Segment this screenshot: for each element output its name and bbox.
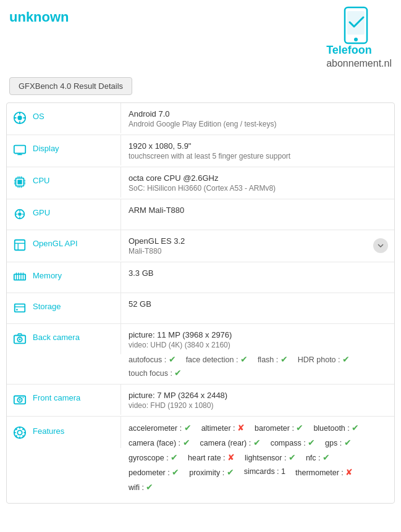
svg-line-63 [22, 428, 23, 430]
thermometer-feature: thermometer : ✘ [295, 467, 353, 477]
storage-icon [13, 301, 28, 316]
svg-point-55 [17, 430, 22, 434]
svg-point-27 [18, 212, 22, 216]
back-camera-label: Back camera [7, 324, 121, 354]
wifi-feature: wifi : ✔ [129, 482, 153, 492]
front-camera-label: Front camera [7, 384, 121, 415]
svg-line-62 [15, 435, 17, 436]
features-line5: wifi : ✔ [129, 482, 387, 492]
gpu-value: ARM Mali-T880 [121, 199, 394, 221]
memory-label: Memory [7, 262, 121, 293]
opengl-label: OpenGL API [7, 230, 121, 260]
os-value: Android 7.0 Android Google Play Edition … [121, 103, 394, 135]
accelerometer-feature: accelerometer : ✔ [129, 423, 192, 433]
bluetooth-feature: bluetooth : ✔ [313, 423, 359, 433]
logo-area: Telefoon abonnement.nl [326, 6, 392, 69]
opengl-icon [13, 238, 28, 253]
result-details-badge: GFXBench 4.0 Result Details [9, 77, 132, 95]
features-line4: pedometer : ✔ proximity : ✔ simcards : 1… [129, 467, 387, 477]
altimeter-feature: altimeter : ✘ [201, 423, 245, 433]
proximity-feature: proximity : ✔ [189, 467, 234, 477]
display-icon [13, 143, 28, 158]
memory-value: 3.3 GB [121, 262, 394, 284]
opengl-value: OpenGL ES 3.2 Mali-T880 [121, 230, 394, 262]
svg-point-2 [354, 38, 358, 41]
back-camera-icon [13, 332, 28, 347]
pedometer-feature: pedometer : ✔ [129, 467, 179, 477]
svg-line-61 [22, 435, 23, 436]
display-value: 1920 x 1080, 5.9" touchscreen with at le… [121, 135, 394, 167]
cpu-row: CPU octa core CPU @2.6GHz SoC: HiSilicon… [7, 167, 394, 199]
logo-line1: Telefoon [326, 44, 372, 56]
svg-line-60 [15, 428, 17, 430]
svg-rect-35 [14, 274, 25, 280]
nfc-feature: nfc : ✔ [306, 452, 330, 462]
features-label: Features [7, 417, 121, 448]
heart-rate-feature: heart rate : ✘ [188, 452, 235, 462]
os-row: OS Android 7.0 Android Google Play Editi… [7, 103, 394, 135]
svg-rect-13 [17, 180, 22, 184]
page-title: unknown [9, 6, 69, 25]
logo-phone-icon [337, 6, 381, 46]
display-row: Display 1920 x 1080, 5.9" touchscreen wi… [7, 135, 394, 167]
svg-point-4 [17, 115, 22, 120]
cpu-label: CPU [7, 167, 121, 197]
logo-line2: abonnement.nl [326, 58, 392, 69]
specs-table: OS Android 7.0 Android Google Play Editi… [6, 102, 395, 504]
back-camera-value: picture: 11 MP (3968 x 2976) video: UHD … [121, 324, 394, 384]
svg-point-52 [19, 399, 21, 401]
opengl-expand-button[interactable] [373, 238, 388, 253]
gpu-icon [13, 207, 28, 222]
autofocus-feature: autofocus : ✔ [129, 354, 176, 364]
opengl-row: OpenGL API OpenGL ES 3.2 Mali-T880 [7, 230, 394, 262]
os-label: OS [7, 103, 121, 133]
gyroscope-feature: gyroscope : ✔ [129, 452, 178, 462]
camera-face-feature: camera (face) : ✔ [129, 438, 190, 447]
hdr-photo-feature: HDR photo : ✔ [298, 354, 350, 364]
lightsensor-feature: lightsensor : ✔ [245, 452, 296, 462]
svg-rect-44 [15, 304, 25, 312]
flash-feature: flash : ✔ [258, 354, 288, 364]
features-line3: gyroscope : ✔ heart rate : ✘ lightsensor… [129, 452, 387, 462]
svg-point-49 [19, 338, 21, 340]
features-row: Features accelerometer : ✔ altimeter : ✘… [7, 417, 394, 503]
gps-feature: gps : ✔ [325, 438, 352, 447]
barometer-feature: barometer : ✔ [255, 423, 303, 433]
face-detection-feature: face detection : ✔ [186, 354, 248, 364]
cpu-value: octa core CPU @2.6GHz SoC: HiSilicon Hi3… [121, 167, 394, 199]
svg-rect-9 [14, 145, 25, 153]
simcards-feature: simcards : 1 [244, 467, 285, 477]
svg-rect-32 [15, 240, 25, 251]
front-camera-value: picture: 7 MP (3264 x 2448) video: FHD (… [121, 384, 394, 416]
front-camera-row: Front camera picture: 7 MP (3264 x 2448)… [7, 384, 394, 417]
page-header: unknown Telefoon abonnement.nl [0, 0, 401, 72]
compass-feature: compass : ✔ [271, 438, 315, 447]
touch-focus-feature: touch focus : ✔ [129, 369, 182, 378]
memory-icon [13, 270, 28, 285]
svg-point-46 [16, 309, 18, 310]
back-camera-row: Back camera picture: 11 MP (3968 x 2976)… [7, 324, 394, 384]
storage-value: 52 GB [121, 293, 394, 315]
display-label: Display [7, 135, 121, 165]
gpu-label: GPU [7, 199, 121, 230]
storage-row: Storage 52 GB [7, 293, 394, 324]
features-value: accelerometer : ✔ altimeter : ✘ baromete… [121, 417, 394, 503]
os-icon [13, 111, 28, 126]
gpu-row: GPU ARM Mali-T880 [7, 199, 394, 230]
svg-point-53 [23, 397, 24, 398]
features-line2: camera (face) : ✔ camera (rear) : ✔ comp… [129, 438, 387, 447]
features-icon [13, 426, 28, 441]
cpu-icon [13, 175, 28, 190]
front-camera-icon [13, 393, 28, 407]
storage-label: Storage [7, 293, 121, 323]
camera-rear-feature: camera (rear) : ✔ [200, 438, 261, 447]
memory-row: Memory 3.3 GB [7, 262, 394, 293]
features-line1: accelerometer : ✔ altimeter : ✘ baromete… [129, 423, 387, 433]
